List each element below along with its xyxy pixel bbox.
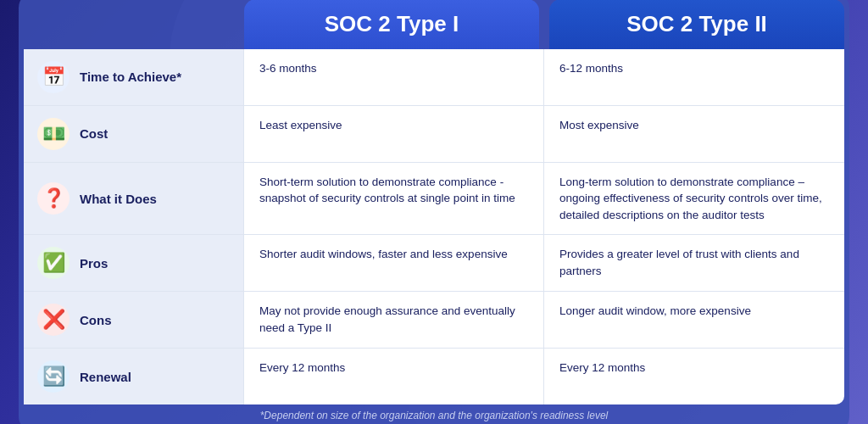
header-empty <box>19 0 239 49</box>
row-label-pros: ✅Pros <box>24 235 244 291</box>
table-body: 📅Time to Achieve*3-6 months6-12 months💵C… <box>24 49 844 405</box>
cell-type2-pros: Provides a greater level of trust with c… <box>544 235 844 291</box>
row-label-text-what: What it Does <box>80 192 157 206</box>
row-label-what: ❓What it Does <box>24 163 244 235</box>
cell-type1-pros: Shorter audit windows, faster and less e… <box>244 235 544 291</box>
row-label-time: 📅Time to Achieve* <box>24 49 244 105</box>
table-header: SOC 2 Type I SOC 2 Type II <box>19 0 849 49</box>
table-row: ✅ProsShorter audit windows, faster and l… <box>24 235 844 292</box>
cell-type1-cost: Least expensive <box>244 106 544 162</box>
money-icon: 💵 <box>37 118 70 150</box>
cell-type1-what: Short-term solution to demonstrate compl… <box>244 163 544 235</box>
x-icon: ❌ <box>37 304 70 336</box>
comparison-table: SOC 2 Type I SOC 2 Type II 📅Time to Achi… <box>19 0 849 424</box>
row-label-text-cons: Cons <box>80 313 112 327</box>
row-label-renewal: 🔄Renewal <box>24 349 244 404</box>
table-row: 📅Time to Achieve*3-6 months6-12 months <box>24 49 844 106</box>
row-label-text-renewal: Renewal <box>80 370 131 384</box>
row-label-text-pros: Pros <box>80 256 108 271</box>
cell-type2-cost: Most expensive <box>544 106 844 162</box>
cell-type1-cons: May not provide enough assurance and eve… <box>244 292 544 348</box>
row-label-cost: 💵Cost <box>24 106 244 162</box>
header-type1: SOC 2 Type I <box>244 0 539 49</box>
footnote: *Dependent on size of the organization a… <box>19 404 849 424</box>
cell-type1-time: 3-6 months <box>244 49 544 105</box>
table-row: 🔄RenewalEvery 12 monthsEvery 12 months <box>24 349 844 404</box>
cell-type2-renewal: Every 12 months <box>544 349 844 404</box>
table-row: ❓What it DoesShort-term solution to demo… <box>24 163 844 236</box>
table-row: ❌ConsMay not provide enough assurance an… <box>24 292 844 349</box>
table-row: 💵CostLeast expensiveMost expensive <box>24 106 844 163</box>
question-icon: ❓ <box>37 182 70 215</box>
calendar-icon: 📅 <box>37 61 70 93</box>
header-type2: SOC 2 Type II <box>549 0 844 49</box>
cell-type2-what: Long-term solution to demonstrate compli… <box>544 163 844 235</box>
check-icon: ✅ <box>37 247 70 279</box>
cell-type2-cons: Longer audit window, more expensive <box>544 292 844 348</box>
row-label-text-time: Time to Achieve* <box>80 70 181 84</box>
row-label-cons: ❌Cons <box>24 292 244 348</box>
refresh-icon: 🔄 <box>37 360 70 393</box>
cell-type2-time: 6-12 months <box>544 49 844 105</box>
cell-type1-renewal: Every 12 months <box>244 349 544 404</box>
row-label-text-cost: Cost <box>80 126 108 141</box>
